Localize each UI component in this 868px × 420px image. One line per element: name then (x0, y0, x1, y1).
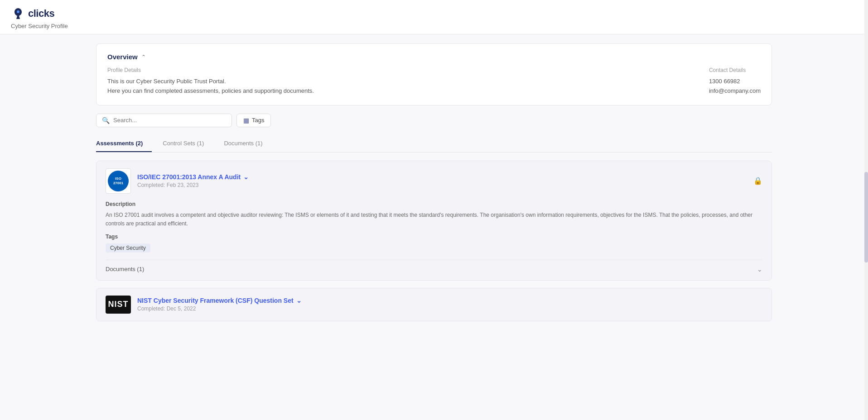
assessment-header-nist: NIST NIST Cyber Security Framework (CSF)… (96, 288, 772, 321)
brand-name: clicks (28, 8, 54, 19)
assessment-card-iso27001: ISO 27001 ISO/IEC 27001:2013 Annex A Aud… (96, 161, 772, 281)
documents-expand-icon[interactable]: ⌄ (757, 266, 762, 273)
search-icon: 🔍 (102, 117, 110, 124)
assessment-title-group-iso: ISO/IEC 27001:2013 Annex A Audit ⌄ Compl… (137, 173, 249, 188)
scrollbar-thumb[interactable] (864, 172, 868, 262)
brand-logo-icon (11, 6, 25, 21)
tags-button[interactable]: ▦ Tags (236, 114, 271, 127)
search-input[interactable] (113, 117, 226, 124)
assessment-title-group-nist: NIST Cyber Security Framework (CSF) Ques… (137, 297, 302, 312)
assessment-body-iso: Description An ISO 27001 audit involves … (96, 201, 772, 280)
search-box[interactable]: 🔍 (96, 114, 232, 127)
iso-logo-text-top: ISO (115, 177, 121, 181)
iso-logo: ISO 27001 (106, 168, 131, 194)
profile-text-line2: Here you can find completed assessments,… (107, 86, 314, 96)
assessment-date-nist: Completed: Dec 5, 2022 (137, 305, 302, 312)
tag-cyber-security[interactable]: Cyber Security (106, 243, 150, 253)
description-text-iso: An ISO 27001 audit involves a competent … (106, 211, 762, 228)
profile-text-line1: This is our Cyber Security Public Trust … (107, 77, 314, 86)
overview-header: Overview ⌃ (107, 53, 761, 61)
assessment-header-left-nist: NIST NIST Cyber Security Framework (CSF)… (106, 296, 302, 314)
assessment-title-text-iso: ISO/IEC 27001:2013 Annex A Audit (137, 173, 241, 181)
overview-collapse-icon[interactable]: ⌃ (141, 54, 146, 60)
tags-list-iso: Cyber Security (106, 243, 762, 253)
svg-point-0 (17, 10, 19, 13)
assessment-title-nist[interactable]: NIST Cyber Security Framework (CSF) Ques… (137, 297, 302, 304)
contact-section: Contact Details 1300 66982 info@company.… (709, 67, 761, 96)
assessment-expand-icon-iso[interactable]: ⌄ (243, 173, 249, 181)
iso-logo-inner: ISO 27001 (108, 171, 129, 191)
nist-logo-text: NIST (108, 300, 128, 309)
iso-logo-text-bottom: 27001 (113, 181, 123, 186)
filter-icon: ▦ (243, 117, 249, 124)
tab-control-sets[interactable]: Control Sets (1) (163, 135, 213, 152)
assessment-header-left: ISO 27001 ISO/IEC 27001:2013 Annex A Aud… (106, 168, 249, 194)
overview-card: Overview ⌃ Profile Details This is our C… (96, 43, 772, 105)
profile-section: Profile Details This is our Cyber Securi… (107, 67, 314, 96)
assessment-date-iso: Completed: Feb 23, 2023 (137, 182, 249, 188)
tab-documents[interactable]: Documents (1) (224, 135, 271, 152)
nist-logo: NIST (106, 296, 131, 314)
tabs-row: Assessments (2) Control Sets (1) Documen… (96, 135, 772, 153)
description-label-iso: Description (106, 201, 762, 207)
documents-row-iso[interactable]: Documents (1) ⌄ (106, 260, 762, 273)
profile-label: Profile Details (107, 67, 314, 73)
tags-section-label-iso: Tags (106, 234, 762, 240)
contact-email: info@company.com (709, 86, 761, 96)
assessment-title-text-nist: NIST Cyber Security Framework (CSF) Ques… (137, 297, 294, 304)
page-subtitle: Cyber Security Profile (11, 23, 857, 29)
contact-phone: 1300 66982 (709, 77, 761, 86)
lock-icon: 🔒 (753, 177, 762, 185)
assessment-header-iso27001: ISO 27001 ISO/IEC 27001:2013 Annex A Aud… (96, 161, 772, 201)
logo-row: clicks (11, 6, 857, 21)
header: clicks Cyber Security Profile (0, 0, 868, 34)
overview-body: Profile Details This is our Cyber Securi… (107, 67, 761, 96)
tab-assessments[interactable]: Assessments (2) (96, 135, 152, 152)
assessment-header-right-iso: 🔒 (753, 177, 762, 185)
scrollbar-track (864, 0, 868, 338)
assessment-title-iso[interactable]: ISO/IEC 27001:2013 Annex A Audit ⌄ (137, 173, 249, 181)
overview-title: Overview (107, 53, 138, 61)
tags-button-label: Tags (252, 117, 264, 124)
assessment-card-nist: NIST NIST Cyber Security Framework (CSF)… (96, 288, 772, 321)
documents-label-iso: Documents (1) (106, 266, 144, 272)
main-content: Overview ⌃ Profile Details This is our C… (85, 34, 783, 338)
assessment-expand-icon-nist[interactable]: ⌄ (296, 297, 302, 304)
search-filter-row: 🔍 ▦ Tags (96, 114, 772, 127)
contact-label: Contact Details (709, 67, 761, 73)
